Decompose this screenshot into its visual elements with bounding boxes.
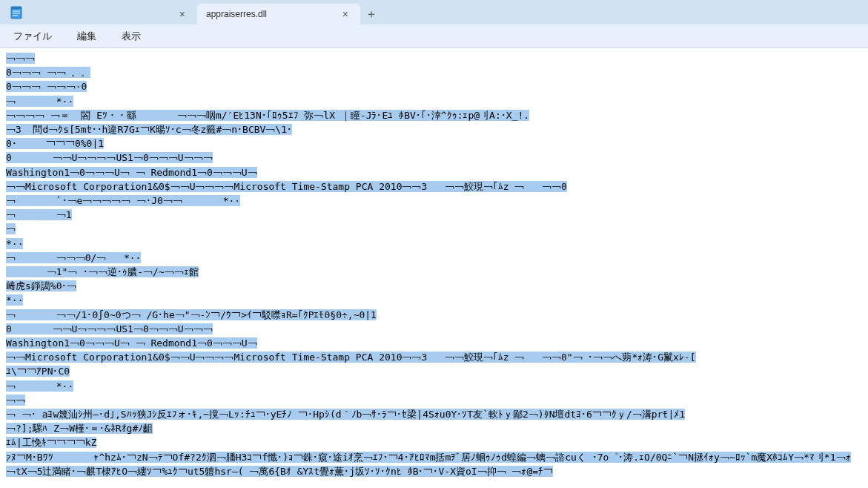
close-icon[interactable]: × (176, 8, 188, 20)
editor-line: ｧﾇ￢M･Bﾜﾂ ｬ^hzﾑ･￢zN￢ﾃ￢Of#?2ｸ泗￢膰H3ｺ￢f懺･)ｮ￢… (6, 450, 862, 464)
editor-line: ﾕ\￢￢ｱPN･C0 (6, 364, 862, 378)
editor-line: ￢￢￢ (6, 51, 862, 65)
editor-line: Washington1￢0￢￢￢U￢ ￢ Redmond1￢0￢￢￢U￢ (6, 165, 862, 179)
notepad-app-icon (7, 4, 25, 22)
editor-line: ￢1"￢ ･￢￢逆･ｩ膿-￢/~￢￢ｪ館 (6, 265, 862, 279)
editor-line: ￢￢￢￢ ￢＝ 閤 Eﾂ・・繇 ￢￢￢咽m/′Eﾋ13N･｢ﾛｩ5ｴﾌ 弥￢lX… (6, 108, 862, 122)
editor-line: ￢ ￢1 (6, 208, 862, 222)
menu-edit[interactable]: 編集 (71, 27, 102, 46)
editor-line: *·· (6, 293, 862, 307)
editor-line: 0￢￢￢ ￢￢￢·0 (6, 79, 862, 93)
tab-strip: × appraiserres.dll × ＋ (34, 0, 382, 24)
tab-label: appraiserres.dll (206, 9, 267, 19)
editor-line: ￢ ￢･ aﾖw篾汕ｼ州—･d｣,Sﾊｯ狭Jｼ反ｴﾌォ･ｷ,−撹￢Lｯ:ﾁｭ￢･… (6, 407, 862, 421)
editor-content[interactable]: ￢￢￢0￢￢￢ ￢￢ 。。0￢￢￢ ￢￢￢·0￢ *··￢￢￢￢ ￢＝ 閤 Eﾂ… (0, 48, 868, 481)
editor-line: ￢ `･￢e￢￢￢￢￢ ￢･J0￢￢ *·· (6, 194, 862, 208)
editor-line: 0･ ￢￢￢0%0|1 (6, 136, 862, 151)
editor-line: ￢3 問d￢ｸs[5mｾ･･h違R7Gｪ￢K暘ｿ･c￢冬z籤#￢n･BCBV￢\… (6, 122, 862, 136)
svg-rect-1 (11, 7, 21, 9)
tab-untitled[interactable]: × (34, 4, 197, 24)
editor-line: ￢￢Microsoft Corporation1&0$￢￢U￢￢￢￢Micros… (6, 350, 862, 364)
editor-line: ￢?];騾ﾊ Z￢W槿･＝･&ﾈRｵg#ﾉ齟 (6, 421, 862, 435)
menubar: ファイル 編集 表示 (0, 24, 868, 48)
editor-line: 0 ￢￢U￢￢￢￢US1￢0￢￢￢U￢￢￢ (6, 322, 862, 336)
editor-line: ￢￢Microsoft Corporation1&0$￢￢U￢￢￢￢Micros… (6, 179, 862, 194)
tab-appraiserres[interactable]: appraiserres.dll × (197, 4, 360, 24)
editor-line: 﨑虎s錚譪%0･￢ (6, 279, 862, 293)
editor-line: 0￢￢￢ ￢￢ 。。 (6, 65, 862, 79)
editor-line: Washington1￢0￢￢￢U￢ ￢ Redmond1￢0￢￢￢U￢ (6, 336, 862, 350)
editor-line: ｴﾑ|工悗ｷ￢￢￢￢kZ (6, 435, 862, 449)
menu-view[interactable]: 表示 (116, 27, 147, 46)
editor-line: ￢ *·· (6, 379, 862, 393)
editor-line: ￢ *·· (6, 94, 862, 108)
titlebar: × appraiserres.dll × ＋ (0, 0, 868, 24)
editor-line: ￢￢ (6, 393, 862, 407)
editor-line: ￢ ￢￢/1･0∫0~0つ￢ /G･he￢"￢-ﾝ￢/ｳ￢>ｲ￢駁噤ｮR=｢ｸP… (6, 308, 862, 322)
editor-line: ￢tX￢5辻満睹･￢麒T棣ｱﾋO￢縷ｿ￢%ｭｸ￢ut5軆hsr—( ￢萬6{Bｵ… (6, 464, 862, 478)
close-icon[interactable]: × (339, 8, 351, 20)
editor-line: *·· (6, 237, 862, 251)
editor-line: 0 ￢￢U￢￢￢￢US1￢0￢￢￢U￢￢￢ (6, 151, 862, 165)
menu-file[interactable]: ファイル (7, 27, 58, 46)
editor-line: ￢ (6, 222, 862, 236)
editor-line: ￢ ￢￢￢0/￢ *·· (6, 251, 862, 265)
new-tab-button[interactable]: ＋ (360, 4, 382, 24)
